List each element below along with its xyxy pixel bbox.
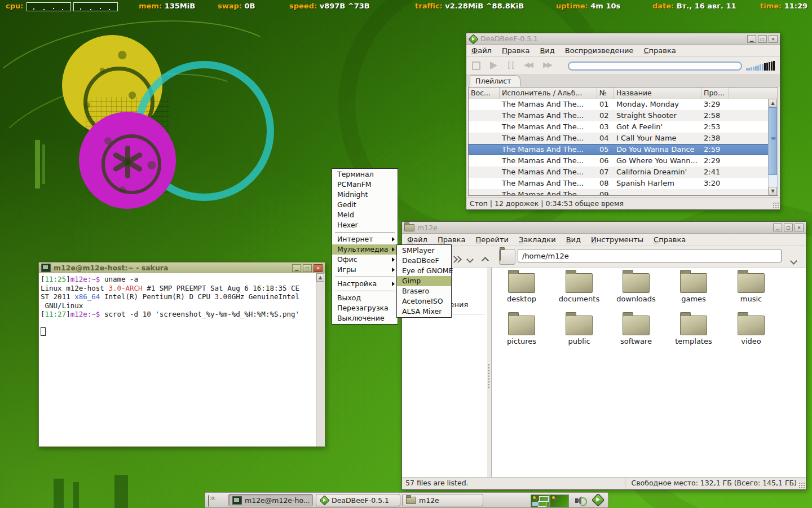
pane-splitter[interactable] xyxy=(487,268,491,478)
menu-help[interactable]: Справка xyxy=(648,234,691,246)
desktop-pager[interactable] xyxy=(531,494,569,507)
column-title[interactable]: Название xyxy=(614,87,701,99)
menu-item-shutdown[interactable]: Выключение xyxy=(332,313,398,323)
menu-item-internet[interactable]: Интернет xyxy=(332,234,398,244)
table-row[interactable]: The Mamas And The...03Got A Feelin'2:53 xyxy=(469,121,769,133)
menu-item-settings[interactable]: Настройка xyxy=(332,279,398,289)
menu-item-eye-of-gnome[interactable]: Eye of GNOME xyxy=(397,266,451,276)
column-number[interactable]: № xyxy=(597,87,614,99)
minimize-icon[interactable]: ▁ xyxy=(773,224,782,231)
menu-item-office[interactable]: Офис xyxy=(332,255,398,265)
playlist-header[interactable]: Вос... Исполнитель / Альб... № Название … xyxy=(469,87,778,99)
terminal-scrollbar[interactable]: ▲ xyxy=(316,273,325,446)
scroll-down-icon[interactable]: ▼ xyxy=(769,187,777,195)
menu-item-games[interactable]: Игры xyxy=(332,265,398,275)
menu-item-logout[interactable]: Выход xyxy=(332,293,398,303)
menu-file[interactable]: Файл xyxy=(402,234,433,246)
stop-button[interactable] xyxy=(472,62,480,70)
menu-view[interactable]: Вид xyxy=(535,45,559,56)
menu-item-midnight[interactable]: Midnight xyxy=(332,190,398,200)
maximize-icon[interactable]: ▢ xyxy=(303,264,312,272)
pager-desktop-2[interactable] xyxy=(550,494,569,507)
table-row[interactable]: The Mamas And The...07California Dreamin… xyxy=(469,167,769,178)
minimize-icon[interactable]: ▁ xyxy=(747,35,756,43)
menu-item-reboot[interactable]: Перезагрузка xyxy=(332,303,398,313)
menu-item-meld[interactable]: Meld xyxy=(332,210,398,220)
list-item[interactable]: video xyxy=(724,313,778,354)
menu-item-gimp[interactable]: Gimp xyxy=(397,276,451,286)
history-dropdown-icon[interactable] xyxy=(467,253,473,264)
minimize-icon[interactable]: ▁ xyxy=(292,264,301,272)
previous-button[interactable]: ◀◀ xyxy=(524,61,532,69)
forward-icon[interactable] xyxy=(452,253,461,264)
list-item[interactable]: downloads xyxy=(609,271,663,312)
table-row[interactable]: The Mamas And The...09 xyxy=(469,189,769,195)
terminal-body[interactable]: [11:25]m12e:~$ uname -a Linux m12e-host … xyxy=(39,273,325,446)
taskbar-task-deadbeef[interactable]: DeaDBeeF-0.5.1 xyxy=(316,494,400,506)
menu-item-multimedia[interactable]: Мультимедиа xyxy=(332,244,398,255)
maximize-icon[interactable]: ▢ xyxy=(758,35,767,43)
maximize-icon[interactable]: ▢ xyxy=(784,224,793,231)
scroll-up-icon[interactable]: ▲ xyxy=(316,273,324,282)
menu-item-terminal[interactable]: Терминал xyxy=(332,169,398,179)
table-row[interactable]: The Mamas And The...01Monday, Monday3:29 xyxy=(469,99,769,110)
close-icon[interactable]: ✕ xyxy=(769,35,778,43)
column-playing[interactable]: Вос... xyxy=(469,87,500,99)
resize-grip[interactable] xyxy=(773,202,779,209)
column-artist[interactable]: Исполнитель / Альб... xyxy=(500,87,597,99)
taskbar-task-pcmanfm[interactable]: m12e xyxy=(402,494,483,506)
list-item[interactable]: software xyxy=(609,313,663,354)
terminal-titlebar[interactable]: m12e@m12e-host:~ - sakura ▁ ▢ ✕ xyxy=(39,262,325,274)
resize-grip[interactable] xyxy=(798,482,805,489)
play-button[interactable] xyxy=(490,62,497,69)
column-duration[interactable]: Про... xyxy=(701,87,729,99)
close-icon[interactable]: ✕ xyxy=(314,264,323,272)
table-row-selected[interactable]: The Mamas And The...05Do You Wanna Dance… xyxy=(469,144,769,155)
menu-tools[interactable]: Инструменты xyxy=(586,234,648,246)
table-row[interactable]: The Mamas And The...04I Call Your Name2:… xyxy=(469,133,769,144)
menu-item-smplayer[interactable]: SMPlayer xyxy=(397,246,451,256)
menu-bookmarks[interactable]: Закладки xyxy=(514,234,561,246)
volume-tray-icon[interactable] xyxy=(573,494,587,507)
taskbar-task-terminal[interactable]: m12e@m12e-ho... xyxy=(228,494,313,506)
menu-file[interactable]: Файл xyxy=(466,45,497,56)
deadbeef-titlebar[interactable]: DeaDBeeF-0.5.1 ▁ ▢ ✕ xyxy=(466,33,780,45)
menu-item-pcmanfm[interactable]: PCManFM xyxy=(332,179,398,190)
menu-item-hexer[interactable]: Hexer xyxy=(332,220,398,230)
list-item[interactable]: desktop xyxy=(495,271,549,312)
next-button[interactable]: ▶▶ xyxy=(543,61,551,69)
list-item[interactable]: templates xyxy=(667,313,721,354)
up-icon[interactable] xyxy=(483,255,488,265)
menu-item-alsa-mixer[interactable]: ALSA Mixer xyxy=(397,306,451,317)
pager-desktop-1[interactable] xyxy=(531,494,550,507)
table-row[interactable]: The Mamas And The...08Spanish Harlem3:20 xyxy=(469,178,769,189)
menu-item-gedit[interactable]: Gedit xyxy=(332,200,398,210)
menu-item-deadbeef[interactable]: DeaDBeeF xyxy=(397,256,451,266)
seek-bar[interactable] xyxy=(568,62,742,71)
list-item[interactable]: music xyxy=(724,271,778,312)
deadbeef-tray-icon[interactable] xyxy=(592,494,604,506)
menu-item-brasero[interactable]: Brasero xyxy=(397,286,451,296)
show-desktop-button[interactable] xyxy=(208,496,209,506)
home-button[interactable] xyxy=(499,249,515,265)
volume-control[interactable] xyxy=(746,60,775,71)
list-item[interactable]: games xyxy=(667,271,721,312)
menu-view[interactable]: Вид xyxy=(561,234,586,246)
pcmanfm-titlebar[interactable]: m12e ▁ ▢ ✕ xyxy=(402,222,806,234)
list-item[interactable]: pictures xyxy=(495,313,549,354)
pause-button[interactable] xyxy=(508,62,514,69)
scrollbar-thumb[interactable] xyxy=(769,107,777,175)
scroll-up-icon[interactable]: ▲ xyxy=(769,99,777,107)
menu-edit[interactable]: Правка xyxy=(497,45,535,56)
table-row[interactable]: The Mamas And The...06Go Where You Wann.… xyxy=(469,155,769,167)
list-item[interactable]: public xyxy=(552,313,606,354)
jump-to-icon[interactable] xyxy=(791,255,796,266)
menu-go[interactable]: Перейти xyxy=(470,234,514,246)
path-bar[interactable]: /home/m12e xyxy=(518,249,782,262)
playlist-scrollbar[interactable]: ▲ ▼ xyxy=(768,99,778,195)
playlist-tab[interactable]: Плейлист xyxy=(470,75,520,86)
list-item[interactable]: documents xyxy=(552,271,606,312)
menu-playback[interactable]: Воспроизведение xyxy=(560,45,639,56)
close-icon[interactable]: ✕ xyxy=(795,224,804,231)
menu-help[interactable]: Справка xyxy=(639,45,681,56)
